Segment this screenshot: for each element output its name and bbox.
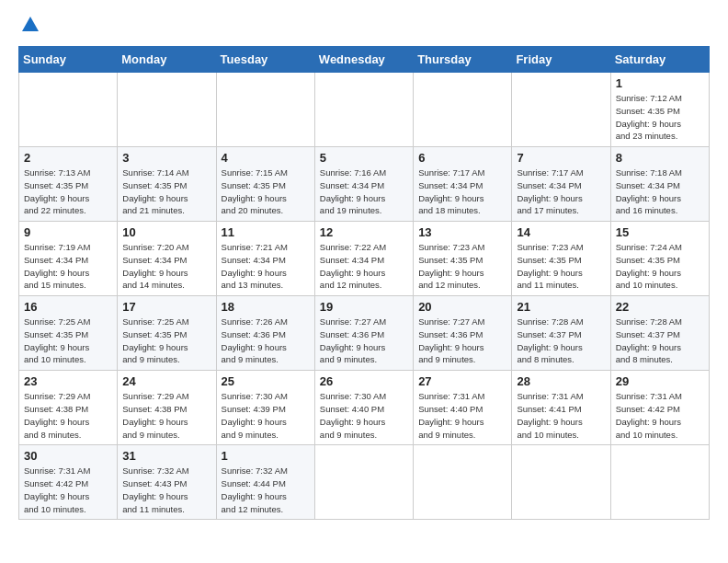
calendar-cell: 14Sunrise: 7:23 AMSunset: 4:35 PMDayligh… <box>512 222 610 296</box>
day-number: 10 <box>122 225 210 239</box>
day-info: Sunrise: 7:19 AMSunset: 4:34 PMDaylight:… <box>24 241 112 292</box>
day-info: Sunrise: 7:28 AMSunset: 4:37 PMDaylight:… <box>517 316 605 366</box>
calendar-cell: 6Sunrise: 7:17 AMSunset: 4:34 PMDaylight… <box>414 147 512 222</box>
calendar-cell: 10Sunrise: 7:20 AMSunset: 4:34 PMDayligh… <box>118 222 216 296</box>
calendar-cell: 16Sunrise: 7:25 AMSunset: 4:35 PMDayligh… <box>19 296 118 371</box>
weekday-header-row: SundayMondayTuesdayWednesdayThursdayFrid… <box>19 47 710 73</box>
day-number: 18 <box>222 300 310 314</box>
day-info: Sunrise: 7:28 AMSunset: 4:37 PMDaylight:… <box>616 316 704 366</box>
calendar-cell: 3Sunrise: 7:14 AMSunset: 4:35 PMDaylight… <box>118 147 216 222</box>
calendar-cell: 22Sunrise: 7:28 AMSunset: 4:37 PMDayligh… <box>610 296 709 371</box>
day-info: Sunrise: 7:29 AMSunset: 4:38 PMDaylight:… <box>122 390 210 441</box>
day-info: Sunrise: 7:13 AMSunset: 4:35 PMDaylight:… <box>24 167 112 217</box>
day-info: Sunrise: 7:23 AMSunset: 4:35 PMDaylight:… <box>418 241 506 292</box>
day-number: 14 <box>517 225 605 239</box>
weekday-thursday: Thursday <box>414 47 512 73</box>
calendar-cell: 9Sunrise: 7:19 AMSunset: 4:34 PMDaylight… <box>19 222 118 296</box>
calendar-cell <box>414 73 512 147</box>
day-info: Sunrise: 7:30 AMSunset: 4:40 PMDaylight:… <box>320 390 408 441</box>
calendar-cell: 27Sunrise: 7:31 AMSunset: 4:40 PMDayligh… <box>414 371 512 445</box>
calendar-cell: 2Sunrise: 7:13 AMSunset: 4:35 PMDaylight… <box>19 147 118 222</box>
calendar-cell: 1Sunrise: 7:32 AMSunset: 4:44 PMDaylight… <box>216 445 314 520</box>
calendar-week-0: 1Sunrise: 7:12 AMSunset: 4:35 PMDaylight… <box>19 73 710 147</box>
day-info: Sunrise: 7:32 AMSunset: 4:44 PMDaylight:… <box>222 465 310 515</box>
calendar-cell <box>314 445 413 520</box>
calendar-cell: 30Sunrise: 7:31 AMSunset: 4:42 PMDayligh… <box>19 445 118 520</box>
calendar-cell: 21Sunrise: 7:28 AMSunset: 4:37 PMDayligh… <box>512 296 610 371</box>
calendar-cell <box>19 73 118 147</box>
calendar-cell <box>414 445 512 520</box>
calendar-cell: 11Sunrise: 7:21 AMSunset: 4:34 PMDayligh… <box>216 222 314 296</box>
day-number: 2 <box>24 151 112 165</box>
day-number: 9 <box>24 225 112 239</box>
day-info: Sunrise: 7:25 AMSunset: 4:35 PMDaylight:… <box>24 316 112 366</box>
day-info: Sunrise: 7:24 AMSunset: 4:35 PMDaylight:… <box>616 241 704 292</box>
day-number: 15 <box>616 225 704 239</box>
page: SundayMondayTuesdayWednesdayThursdayFrid… <box>0 0 728 563</box>
day-number: 19 <box>320 300 408 314</box>
calendar-cell <box>216 73 314 147</box>
calendar-cell: 7Sunrise: 7:17 AMSunset: 4:34 PMDaylight… <box>512 147 610 222</box>
day-number: 20 <box>418 300 506 314</box>
calendar-cell: 8Sunrise: 7:18 AMSunset: 4:34 PMDaylight… <box>610 147 709 222</box>
day-info: Sunrise: 7:30 AMSunset: 4:39 PMDaylight:… <box>222 390 310 441</box>
day-info: Sunrise: 7:27 AMSunset: 4:36 PMDaylight:… <box>320 316 408 366</box>
calendar-cell: 4Sunrise: 7:15 AMSunset: 4:35 PMDaylight… <box>216 147 314 222</box>
day-number: 5 <box>320 151 408 165</box>
day-number: 29 <box>616 374 704 388</box>
day-number: 11 <box>222 225 310 239</box>
day-number: 31 <box>122 449 210 463</box>
day-number: 1 <box>616 76 704 90</box>
day-info: Sunrise: 7:22 AMSunset: 4:34 PMDaylight:… <box>320 241 408 292</box>
day-info: Sunrise: 7:17 AMSunset: 4:34 PMDaylight:… <box>517 167 605 217</box>
weekday-friday: Friday <box>512 47 610 73</box>
day-number: 24 <box>122 374 210 388</box>
calendar-cell: 18Sunrise: 7:26 AMSunset: 4:36 PMDayligh… <box>216 296 314 371</box>
day-info: Sunrise: 7:32 AMSunset: 4:43 PMDaylight:… <box>122 465 210 515</box>
day-number: 6 <box>418 151 506 165</box>
calendar-week-3: 16Sunrise: 7:25 AMSunset: 4:35 PMDayligh… <box>19 296 710 371</box>
day-number: 30 <box>24 449 112 463</box>
day-number: 26 <box>320 374 408 388</box>
calendar-cell <box>512 73 610 147</box>
calendar-cell: 25Sunrise: 7:30 AMSunset: 4:39 PMDayligh… <box>216 371 314 445</box>
day-number: 1 <box>222 449 310 463</box>
day-info: Sunrise: 7:27 AMSunset: 4:36 PMDaylight:… <box>418 316 506 366</box>
calendar-cell <box>512 445 610 520</box>
day-info: Sunrise: 7:15 AMSunset: 4:35 PMDaylight:… <box>222 167 310 217</box>
day-info: Sunrise: 7:25 AMSunset: 4:35 PMDaylight:… <box>122 316 210 366</box>
day-info: Sunrise: 7:16 AMSunset: 4:34 PMDaylight:… <box>320 167 408 217</box>
day-number: 16 <box>24 300 112 314</box>
calendar-cell: 20Sunrise: 7:27 AMSunset: 4:36 PMDayligh… <box>414 296 512 371</box>
weekday-monday: Monday <box>118 47 216 73</box>
calendar-cell: 13Sunrise: 7:23 AMSunset: 4:35 PMDayligh… <box>414 222 512 296</box>
day-number: 13 <box>418 225 506 239</box>
calendar-cell: 1Sunrise: 7:12 AMSunset: 4:35 PMDaylight… <box>610 73 709 147</box>
calendar-week-2: 9Sunrise: 7:19 AMSunset: 4:34 PMDaylight… <box>19 222 710 296</box>
calendar-cell: 26Sunrise: 7:30 AMSunset: 4:40 PMDayligh… <box>314 371 413 445</box>
day-number: 22 <box>616 300 704 314</box>
day-info: Sunrise: 7:14 AMSunset: 4:35 PMDaylight:… <box>122 167 210 217</box>
calendar-cell <box>118 73 216 147</box>
day-number: 8 <box>616 151 704 165</box>
day-info: Sunrise: 7:31 AMSunset: 4:40 PMDaylight:… <box>418 390 506 441</box>
day-info: Sunrise: 7:17 AMSunset: 4:34 PMDaylight:… <box>418 167 506 217</box>
day-number: 12 <box>320 225 408 239</box>
day-info: Sunrise: 7:21 AMSunset: 4:34 PMDaylight:… <box>222 241 310 292</box>
day-number: 17 <box>122 300 210 314</box>
calendar-cell: 24Sunrise: 7:29 AMSunset: 4:38 PMDayligh… <box>118 371 216 445</box>
calendar-cell <box>314 73 413 147</box>
calendar-week-5: 30Sunrise: 7:31 AMSunset: 4:42 PMDayligh… <box>19 445 710 520</box>
day-info: Sunrise: 7:23 AMSunset: 4:35 PMDaylight:… <box>517 241 605 292</box>
logo-icon <box>20 15 40 35</box>
day-info: Sunrise: 7:31 AMSunset: 4:42 PMDaylight:… <box>616 390 704 441</box>
header <box>18 15 710 35</box>
calendar-cell: 29Sunrise: 7:31 AMSunset: 4:42 PMDayligh… <box>610 371 709 445</box>
day-number: 21 <box>517 300 605 314</box>
calendar-cell: 17Sunrise: 7:25 AMSunset: 4:35 PMDayligh… <box>118 296 216 371</box>
calendar-cell: 12Sunrise: 7:22 AMSunset: 4:34 PMDayligh… <box>314 222 413 296</box>
calendar-week-4: 23Sunrise: 7:29 AMSunset: 4:38 PMDayligh… <box>19 371 710 445</box>
calendar-cell: 19Sunrise: 7:27 AMSunset: 4:36 PMDayligh… <box>314 296 413 371</box>
svg-marker-0 <box>22 17 39 31</box>
weekday-tuesday: Tuesday <box>216 47 314 73</box>
